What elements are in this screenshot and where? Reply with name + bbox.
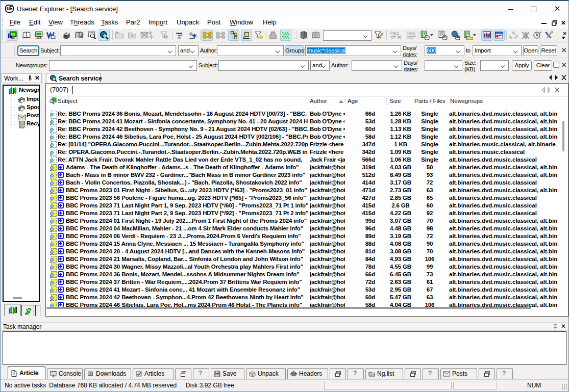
svg-text:Par2: Par2	[390, 31, 400, 36]
svg-text:Par2: Par2	[407, 31, 416, 36]
